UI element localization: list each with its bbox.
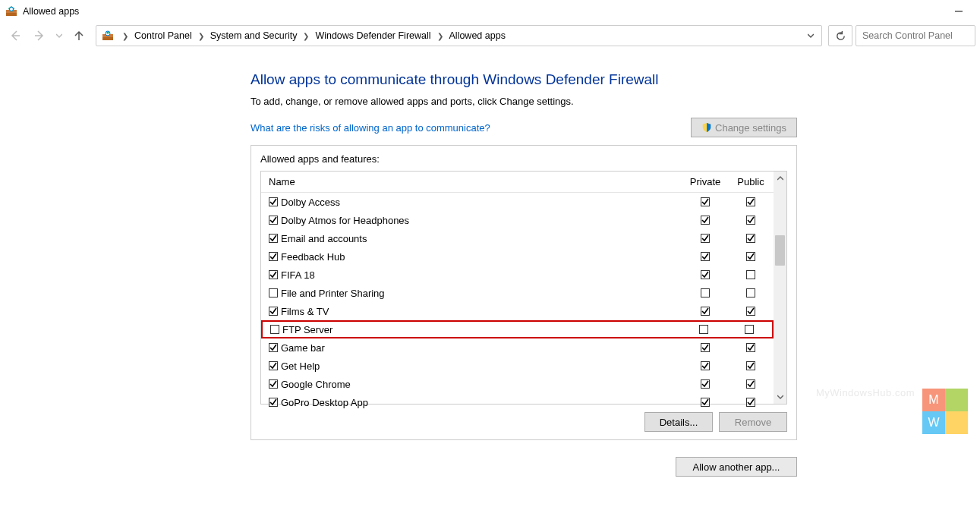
chevron-right-icon[interactable]: ❯ (195, 32, 207, 40)
svg-rect-22 (269, 289, 278, 298)
app-name: Google Chrome (281, 379, 351, 390)
checkbox-checked-icon[interactable] (701, 379, 710, 389)
checkbox-checked-icon[interactable] (701, 307, 710, 316)
checkbox-checked-icon[interactable] (701, 343, 710, 352)
app-name: Films & TV (281, 306, 329, 317)
table-row[interactable]: FIFA 18 (261, 266, 774, 284)
checkbox-unchecked-icon[interactable] (746, 288, 755, 298)
checkbox-checked-icon[interactable] (269, 270, 278, 279)
firewall-icon (99, 27, 116, 44)
risks-link[interactable]: What are the risks of allowing an app to… (251, 122, 490, 134)
checkbox-checked-icon[interactable] (701, 361, 710, 370)
app-name: Email and accounts (281, 233, 367, 244)
checkbox-unchecked-icon[interactable] (746, 270, 755, 279)
app-name: Dolby Access (281, 197, 340, 208)
checkbox-checked-icon[interactable] (269, 234, 278, 243)
up-button[interactable] (68, 26, 90, 46)
address-dropdown[interactable] (803, 32, 818, 40)
checkbox-checked-icon[interactable] (701, 398, 710, 407)
table-row[interactable]: Email and accounts (261, 229, 774, 247)
checkbox-checked-icon[interactable] (701, 234, 710, 243)
checkbox-checked-icon[interactable] (269, 307, 278, 316)
recent-locations-dropdown[interactable] (53, 26, 65, 46)
checkbox-unchecked-icon[interactable] (701, 288, 710, 298)
breadcrumb-item[interactable]: Allowed apps (446, 30, 509, 41)
checkbox-checked-icon[interactable] (701, 252, 710, 261)
checkbox-unchecked-icon[interactable] (269, 288, 278, 298)
scroll-up-icon[interactable] (774, 172, 786, 185)
svg-rect-29 (700, 326, 708, 334)
checkbox-checked-icon[interactable] (746, 197, 755, 206)
column-header-public[interactable]: Public (728, 176, 774, 187)
checkbox-checked-icon[interactable] (269, 398, 278, 407)
checkbox-checked-icon[interactable] (746, 216, 755, 225)
checkbox-checked-icon[interactable] (269, 252, 278, 261)
table-row[interactable]: Dolby Atmos for Headphones (261, 211, 774, 229)
search-input[interactable] (861, 30, 970, 42)
remove-button[interactable]: Remove (719, 412, 787, 432)
table-row[interactable]: FTP Server (261, 320, 774, 338)
svg-rect-23 (701, 289, 710, 298)
checkbox-checked-icon[interactable] (269, 343, 278, 352)
checkbox-checked-icon[interactable] (269, 361, 278, 370)
checkbox-unchecked-icon[interactable] (745, 325, 754, 334)
chevron-right-icon[interactable]: ❯ (434, 32, 446, 40)
table-row[interactable]: Get Help (261, 357, 774, 375)
details-button[interactable]: Details... (644, 412, 713, 432)
forward-button[interactable] (29, 26, 50, 46)
checkbox-unchecked-icon[interactable] (699, 325, 708, 334)
search-box[interactable] (856, 25, 975, 46)
chevron-right-icon[interactable]: ❯ (300, 32, 312, 40)
app-name: Dolby Atmos for Headphones (281, 215, 409, 226)
table-row[interactable]: Dolby Access (261, 193, 774, 211)
address-bar[interactable]: ❯ Control Panel ❯ System and Security ❯ … (96, 25, 822, 46)
allowed-apps-table: Name Private Public Dolby AccessDolby At… (261, 172, 774, 404)
column-header-name[interactable]: Name (261, 176, 682, 187)
minimize-button[interactable] (942, 0, 975, 23)
svg-point-2 (10, 8, 14, 11)
refresh-button[interactable] (828, 25, 852, 46)
table-row[interactable]: Feedback Hub (261, 247, 774, 266)
app-name: File and Printer Sharing (281, 288, 385, 299)
list-label: Allowed apps and features: (260, 153, 787, 165)
checkbox-checked-icon[interactable] (269, 379, 278, 389)
checkbox-checked-icon[interactable] (746, 398, 755, 407)
change-settings-button[interactable]: Change settings (691, 118, 797, 137)
checkbox-checked-icon[interactable] (746, 361, 755, 370)
checkbox-checked-icon[interactable] (746, 343, 755, 352)
table-row[interactable]: Films & TV (261, 302, 774, 320)
breadcrumb-item[interactable]: Windows Defender Firewall (312, 30, 433, 41)
chevron-right-icon[interactable]: ❯ (119, 32, 131, 40)
checkbox-checked-icon[interactable] (269, 197, 278, 206)
app-name: GoPro Desktop App (281, 397, 368, 408)
svg-rect-28 (271, 326, 279, 334)
breadcrumb-item[interactable]: System and Security (207, 30, 301, 41)
checkbox-checked-icon[interactable] (746, 252, 755, 261)
scroll-thumb[interactable] (775, 235, 785, 266)
checkbox-unchecked-icon[interactable] (270, 325, 279, 334)
app-name: FTP Server (282, 324, 332, 335)
shield-icon (701, 122, 712, 133)
checkbox-checked-icon[interactable] (746, 379, 755, 389)
back-button[interactable] (5, 26, 26, 46)
allow-another-app-button[interactable]: Allow another app... (676, 457, 797, 477)
table-row[interactable]: GoPro Desktop App (261, 393, 774, 411)
breadcrumb-item[interactable]: Control Panel (131, 30, 195, 41)
checkbox-checked-icon[interactable] (746, 307, 755, 316)
svg-rect-24 (747, 289, 755, 298)
app-name: Feedback Hub (281, 251, 345, 263)
checkbox-checked-icon[interactable] (701, 197, 710, 206)
checkbox-checked-icon[interactable] (746, 234, 755, 243)
table-row[interactable]: File and Printer Sharing (261, 284, 774, 302)
watermark: MyWindowsHub.com M W (922, 389, 968, 434)
checkbox-checked-icon[interactable] (701, 270, 710, 279)
scroll-down-icon[interactable] (774, 390, 786, 404)
page-heading: Allow apps to communicate through Window… (251, 71, 797, 88)
scrollbar[interactable] (774, 172, 786, 404)
checkbox-checked-icon[interactable] (269, 216, 278, 225)
table-row[interactable]: Google Chrome (261, 375, 774, 393)
table-row[interactable]: Game bar (261, 338, 774, 357)
page-subtext: To add, change, or remove allowed apps a… (251, 96, 797, 107)
checkbox-checked-icon[interactable] (701, 216, 710, 225)
column-header-private[interactable]: Private (682, 176, 728, 187)
